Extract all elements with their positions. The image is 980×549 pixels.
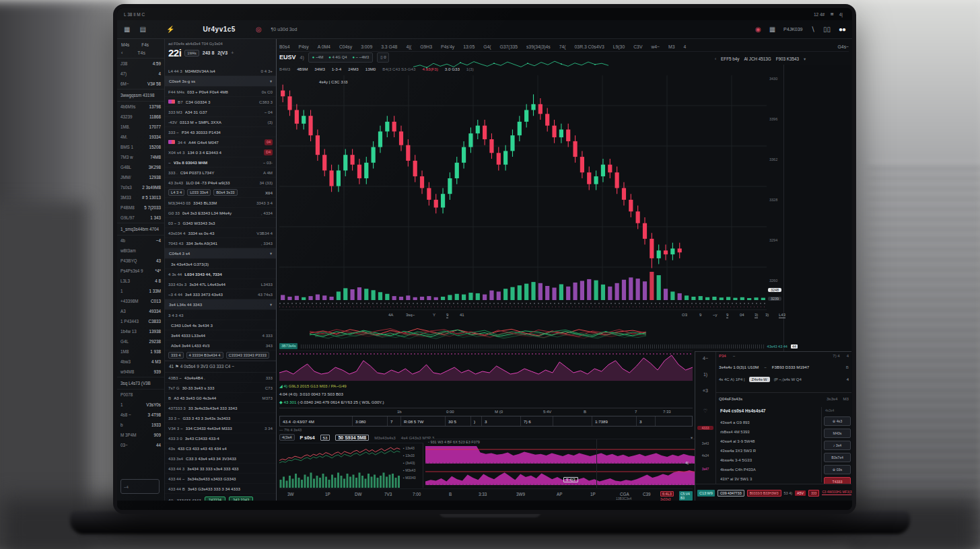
time-axis-label[interactable]: 3W xyxy=(287,492,293,497)
rail-icon[interactable]: 3s43 xyxy=(695,442,715,445)
watchlist-row[interactable]: 03~44 xyxy=(117,440,164,450)
detail-row[interactable]: 3 4 3 43 xyxy=(165,310,276,320)
detail-row[interactable]: 43B3 ~43s4s4B4 .333 xyxy=(165,373,276,383)
detail-banner-row[interactable]: C04s4 3 s4▾ xyxy=(165,248,276,259)
detail-row[interactable]: C343 L0s4 4s 3s434 3 xyxy=(165,320,276,330)
alert-badge[interactable]: 6:4L3 xyxy=(660,491,674,497)
mini-axis-label[interactable]: ~y xyxy=(713,313,718,317)
position-row[interactable]: 4bsw4s C4h P433A xyxy=(720,465,818,474)
time-axis-label[interactable]: C39 xyxy=(643,492,651,497)
indicator-segment[interactable]: ● 4 4G Q4 xyxy=(328,55,347,59)
tab-item[interactable]: G37(335 xyxy=(500,44,518,49)
watchlist-row[interactable]: 4323911868 xyxy=(117,112,164,122)
watchlist-row[interactable]: P43BYQ43 xyxy=(117,256,164,266)
time-axis-label[interactable]: 7V3 xyxy=(384,492,392,497)
right-header-item[interactable]: F903 K3543 xyxy=(776,57,799,61)
profile-icon[interactable]: ●● xyxy=(839,26,845,33)
detail-row[interactable]: 4 3s 44L034 3343 44, 7334 xyxy=(165,269,276,279)
watchlist-row[interactable]: P0078 xyxy=(117,390,164,400)
tab-item[interactable]: s39(34|3)4s xyxy=(526,44,551,49)
detail-row[interactable]: 333 ~P34 43 30333 P1434 xyxy=(165,127,276,137)
order-side-button[interactable]: ⊕ 03s xyxy=(824,465,851,474)
table-cell[interactable]: R:08 5 7W xyxy=(401,416,446,426)
detail-row[interactable]: ~V3s 8 03043 M4M~ 03- xyxy=(165,157,276,168)
detail-row[interactable]: 433 3 03s43 C3433 433-4 xyxy=(165,433,276,443)
time-axis-label[interactable]: AP xyxy=(557,492,562,497)
detail-row[interactable]: B7C34 G0334 3C383 3 xyxy=(165,97,276,107)
right-header-item[interactable]: Al JCH 4513G xyxy=(744,57,771,61)
detail-icon-bar[interactable]: 41 ⚑ 4 0s5s4 9 3V3 G3 333 C4 ~ xyxy=(165,361,276,373)
flow-indicator-panel[interactable]: ◦ 931 W3 4 BF 6X 523 E3 F079 5 4)3 4| xyxy=(425,439,695,488)
watchlist-row[interactable]: 11 33M xyxy=(117,286,164,296)
detail-button[interactable]: C33343 33343 P3333 xyxy=(226,352,269,359)
detail-row[interactable]: 43 3s431LO 04 -73 P4s4 w9(3334 (33) xyxy=(165,178,276,188)
tab-item[interactable]: G9H3 xyxy=(420,44,432,49)
detail-row[interactable]: 34 4A44 G4s4 M04704 xyxy=(165,137,276,147)
position-row[interactable]: 4bsw4s 3-4 5G33 xyxy=(720,455,818,465)
bottom-time-axis[interactable]: 3W1PDW7V37:00B3:333W9AP1PCGAC3913B3C3s46… xyxy=(279,488,693,501)
cancel-order-button[interactable]: B0333/3 B33H3W3 xyxy=(747,490,781,497)
position-row[interactable]: 40sw4 al 3-9 5W48 xyxy=(720,437,818,446)
mini-axis-label[interactable]: L43 xyxy=(779,313,785,318)
mini-axis-label[interactable]: 04 xyxy=(740,313,744,317)
watchlist-row[interactable]: b1933 xyxy=(117,420,164,430)
detail-row[interactable]: ~3 4 443s4 333 3473 43s4343 74s3 xyxy=(165,289,276,299)
indicator-segment[interactable]: ● ~ ~4M3 xyxy=(352,55,369,59)
alert-icon[interactable]: ◉ xyxy=(755,26,761,33)
tab-item[interactable]: 13:05 xyxy=(463,44,475,49)
chevron-down-icon[interactable]: ▾ xyxy=(804,57,806,61)
table-cell[interactable] xyxy=(553,416,592,426)
rail-icon[interactable]: 4~ xyxy=(695,356,715,361)
watchlist-row[interactable]: 4b~4 xyxy=(117,235,164,246)
detail-button[interactable]: L4 3 4 xyxy=(168,189,184,196)
grid-icon[interactable]: ▦ xyxy=(124,26,130,33)
main-candlestick-chart[interactable] xyxy=(279,75,767,307)
watchlist-row[interactable]: P4BM85 7(2033 xyxy=(117,203,164,213)
strip-item[interactable]: P s0s4 xyxy=(300,435,315,440)
detail-row[interactable]: 433 44 ~3s34s3s433 s3433 G3343 xyxy=(165,474,276,484)
detail-row[interactable]: 7s7 G30-33 3s43 s 333C73 xyxy=(165,383,276,393)
detail-row[interactable]: G0 330s4 3s3 E3343 L34 M4s4y, 4334 xyxy=(165,208,276,218)
watchlist-row[interactable]: 1M81 938 xyxy=(117,346,164,357)
tab-item[interactable]: 74( xyxy=(559,44,566,49)
watchlist-filter-input[interactable]: ~4 xyxy=(120,479,160,494)
detail-button[interactable]: L033 33s4 xyxy=(187,189,211,196)
chart-tool-icons[interactable]: ▯ 0 xyxy=(377,52,389,63)
detail-button[interactable]: 4 33334 B3s434 4 xyxy=(186,352,223,359)
detail-row[interactable]: 333 .C94 P0373 L734YA 4M xyxy=(165,168,276,178)
detail-row[interactable]: 333 43s 33s34 47L L4s43s44L3433 xyxy=(165,279,276,289)
table-cell[interactable]: 7 xyxy=(388,416,401,426)
detail-row[interactable]: 437333 333 3s4s33s43s4 333 3343 xyxy=(165,403,276,413)
tab-item[interactable]: M3 xyxy=(668,44,674,49)
order-tab-active[interactable]: P34 xyxy=(719,354,726,358)
watchlist-row[interactable]: M 3P4M909 xyxy=(117,430,164,440)
strip-item[interactable]: M3s43s4s3 xyxy=(374,435,396,440)
detail-button[interactable]: B0s4 3s33 xyxy=(213,189,237,196)
order-side-button[interactable]: ♪ 3s4 xyxy=(824,441,851,450)
session-badge[interactable]: C5:V4 B3 xyxy=(679,491,693,501)
stop-badge[interactable]: 333 xyxy=(808,490,819,497)
detail-row[interactable]: 433 44 33s434 33 333 s3s4 333 433 xyxy=(165,464,276,474)
detail-row[interactable]: BA3 43 3s43 G0 4s3s44M373 xyxy=(165,393,276,403)
tab-item-far[interactable]: G4s~ xyxy=(838,44,849,49)
selection-axis-strip[interactable]: 3B73s4s 43s43 43 44 44 xyxy=(279,342,798,350)
tab-item[interactable]: C04sy xyxy=(339,44,352,49)
detail-row[interactable]: V34 3 ~334 C3433 4s43s4 M3333 34 xyxy=(165,423,276,433)
watchlist-row[interactable]: 4bw34 M3 xyxy=(117,357,164,367)
table-cell[interactable]: 7) 6 xyxy=(521,416,553,426)
watchlist-row[interactable]: wBt3am xyxy=(117,246,164,256)
mini-axis-label[interactable]: 4A xyxy=(388,313,393,317)
target-icon[interactable]: ◎ xyxy=(256,26,262,33)
mini-axis-label[interactable]: Y xyxy=(433,313,435,317)
chevron-left-icon[interactable]: ‹ xyxy=(715,57,716,61)
watchlist-row[interactable]: 7s0s32 3s49M8 xyxy=(117,182,164,192)
rail-icon[interactable]: ♡ xyxy=(695,408,715,414)
watchlist-row[interactable]: A349334 xyxy=(117,306,164,316)
add-icon[interactable]: + xyxy=(231,50,234,55)
tab-item[interactable]: 4 xyxy=(684,44,687,49)
momentum-indicator-panel[interactable] xyxy=(279,351,693,382)
menu-icon[interactable]: ≣ xyxy=(830,11,833,17)
detail-banner-row[interactable]: C0ss4 3s-g ss▾ xyxy=(165,76,276,87)
order-side-button[interactable]: M43s xyxy=(824,429,851,438)
detail-row[interactable]: L4 44 3M34M3V34A ls40 4 3+ xyxy=(165,66,276,76)
